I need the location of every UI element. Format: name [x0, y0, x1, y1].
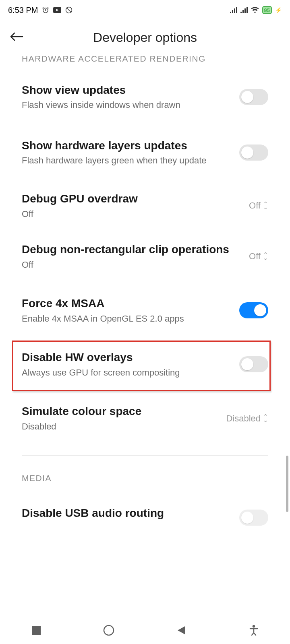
setting-show-hw-layers[interactable]: Show hardware layers updates Flash hardw… — [0, 125, 290, 180]
setting-text: Disable USB audio routing — [22, 506, 239, 520]
setting-debug-clip[interactable]: Debug non-rectangular clip operations Of… — [0, 231, 290, 282]
setting-subtitle: Enable 4x MSAA in OpenGL ES 2.0 apps — [22, 313, 227, 325]
setting-subtitle: Off — [22, 208, 237, 220]
signal-1-icon — [230, 7, 237, 13]
svg-rect-7 — [236, 7, 237, 13]
svg-rect-4 — [230, 12, 231, 13]
setting-subtitle: Flash views inside windows when drawn — [22, 99, 227, 111]
setting-title: Disable HW overlays — [22, 350, 227, 365]
svg-rect-12 — [32, 626, 41, 635]
setting-title: Show view updates — [22, 83, 227, 97]
setting-show-view-updates[interactable]: Show view updates Flash views inside win… — [0, 69, 290, 125]
setting-force-msaa[interactable]: Force 4x MSAA Enable 4x MSAA in OpenGL E… — [0, 282, 290, 339]
setting-text: Debug GPU overdraw Off — [22, 192, 249, 220]
signal-2-icon — [240, 7, 248, 13]
selector-value: Off — [249, 200, 261, 211]
page-title: Developer options — [26, 30, 264, 45]
status-right: 95 ⚡ — [230, 6, 282, 14]
status-left: 6:53 PM — [8, 6, 72, 15]
status-time: 6:53 PM — [8, 6, 38, 15]
toggle-disable-usb-audio[interactable] — [239, 510, 268, 526]
setting-title: Debug GPU overdraw — [22, 192, 237, 206]
selector-value: Off — [249, 251, 261, 262]
setting-text: Force 4x MSAA Enable 4x MSAA in OpenGL E… — [22, 296, 239, 324]
alarm-icon — [42, 6, 49, 14]
back-button[interactable] — [10, 31, 26, 44]
setting-subtitle: Flash hardware layers green when they up… — [22, 155, 227, 167]
selector-value: Disabled — [226, 413, 261, 424]
svg-point-13 — [104, 625, 114, 635]
wifi-icon — [251, 7, 259, 13]
value-selector[interactable]: Off ⌃⌄ — [249, 200, 268, 211]
charging-icon: ⚡ — [275, 7, 282, 13]
toggle-show-view-updates[interactable] — [239, 89, 268, 105]
setting-simulate-colour[interactable]: Simulate colour space Disabled Disabled … — [0, 390, 290, 447]
section-divider — [22, 455, 268, 456]
setting-text: Show view updates Flash views inside win… — [22, 83, 239, 111]
svg-marker-14 — [178, 626, 185, 634]
svg-rect-6 — [234, 8, 235, 13]
scroll-indicator — [286, 456, 288, 512]
battery-percent: 95 — [264, 7, 270, 13]
setting-text: Simulate colour space Disabled — [22, 404, 226, 432]
setting-subtitle: Off — [22, 259, 237, 271]
navigation-bar — [0, 616, 290, 644]
svg-point-15 — [253, 625, 255, 627]
battery-icon: 95 — [262, 6, 272, 14]
chevron-updown-icon: ⌃⌄ — [263, 202, 268, 209]
toggle-show-hw-layers[interactable] — [239, 144, 268, 161]
svg-rect-11 — [246, 7, 248, 13]
svg-rect-10 — [244, 8, 246, 13]
youtube-icon — [53, 7, 61, 13]
dnd-icon — [65, 6, 72, 14]
setting-title: Debug non-rectangular clip operations — [22, 242, 237, 257]
setting-text: Debug non-rectangular clip operations Of… — [22, 242, 249, 270]
svg-rect-9 — [242, 10, 244, 13]
nav-home-button[interactable] — [99, 620, 119, 640]
setting-debug-gpu-overdraw[interactable]: Debug GPU overdraw Off Off ⌃⌄ — [0, 180, 290, 231]
setting-subtitle: Always use GPU for screen compositing — [22, 367, 227, 379]
setting-disable-usb-audio[interactable]: Disable USB audio routing — [0, 489, 290, 529]
section-header-media: MEDIA — [0, 472, 290, 489]
nav-accessibility-button[interactable] — [244, 620, 264, 640]
setting-title: Show hardware layers updates — [22, 138, 227, 153]
status-bar: 6:53 PM 95 ⚡ — [0, 0, 290, 20]
toggle-disable-hw-overlays[interactable] — [239, 356, 268, 372]
nav-recents-button[interactable] — [26, 620, 46, 640]
setting-text: Show hardware layers updates Flash hardw… — [22, 138, 239, 167]
chevron-updown-icon: ⌃⌄ — [263, 415, 268, 422]
value-selector[interactable]: Off ⌃⌄ — [249, 251, 268, 262]
setting-title: Simulate colour space — [22, 404, 214, 419]
section-header-rendering: HARDWARE ACCELERATED RENDERING — [0, 56, 290, 69]
setting-disable-hw-overlays[interactable]: Disable HW overlays Always use GPU for s… — [0, 339, 290, 390]
app-header: Developer options — [0, 20, 290, 56]
svg-rect-5 — [232, 10, 233, 13]
nav-back-button[interactable] — [171, 620, 191, 640]
settings-scroll[interactable]: HARDWARE ACCELERATED RENDERING Show view… — [0, 56, 290, 596]
setting-title: Disable USB audio routing — [22, 506, 227, 520]
toggle-force-msaa[interactable] — [239, 302, 268, 318]
setting-text: Disable HW overlays Always use GPU for s… — [22, 350, 239, 378]
value-selector[interactable]: Disabled ⌃⌄ — [226, 413, 268, 424]
setting-subtitle: Disabled — [22, 421, 214, 433]
setting-title: Force 4x MSAA — [22, 296, 227, 311]
chevron-updown-icon: ⌃⌄ — [263, 253, 268, 260]
svg-rect-8 — [240, 12, 242, 13]
